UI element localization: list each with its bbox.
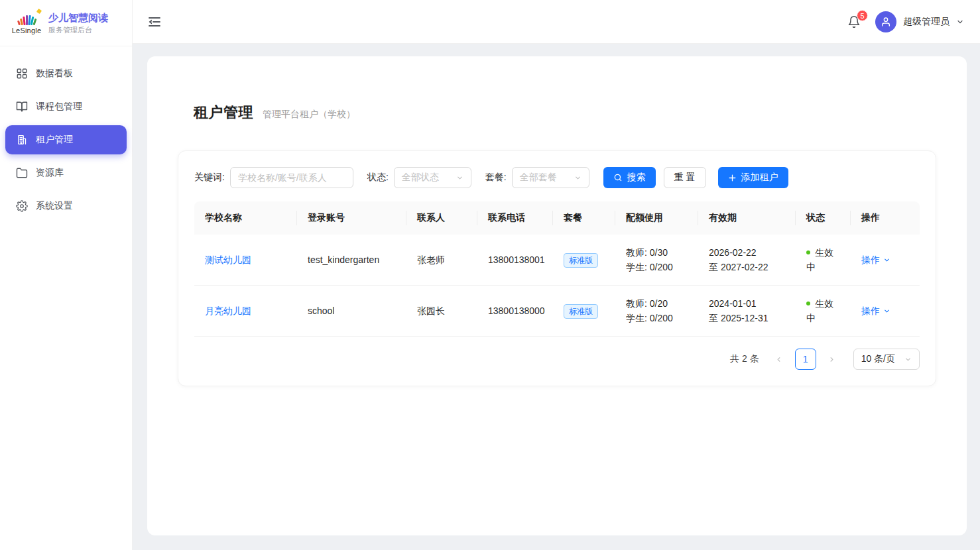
phone-cell: 13800138000 — [477, 286, 553, 337]
status-select[interactable]: 全部状态 — [394, 167, 471, 188]
validity-cell: 2026-02-22 至 2027-02-22 — [698, 235, 796, 286]
valid-from: 2024-01-01 — [709, 296, 785, 311]
status-cell: 生效中 — [796, 235, 851, 286]
search-button-label: 搜索 — [627, 172, 646, 184]
pagination-prev-icon[interactable] — [770, 349, 788, 370]
notification-bell-icon[interactable]: 5 — [847, 15, 861, 28]
chevron-down-icon — [456, 174, 463, 182]
add-tenant-button[interactable]: 添加租户 — [718, 167, 788, 188]
filter-bar: 关键词: 状态: 全部状态 — [194, 167, 920, 188]
search-button[interactable]: 搜索 — [603, 167, 656, 188]
account-cell: school — [297, 286, 406, 337]
sidebar-menu: 数据看板 课程包管理 — [0, 46, 132, 237]
school-name-link[interactable]: 月亮幼儿园 — [205, 305, 251, 316]
col-status: 状态 — [796, 201, 851, 235]
main-column: 5 超级管理员 租户管理 — [133, 0, 980, 550]
sidebar-item-course-packages[interactable]: 课程包管理 — [5, 92, 127, 121]
brand-subtitle: 服务管理后台 — [48, 25, 108, 34]
tenant-table: 学校名称 登录账号 联系人 联系电话 套餐 配额使用 有效期 状态 操作 — [194, 201, 920, 337]
col-actions: 操作 — [851, 201, 920, 235]
account-cell: test_kindergarten — [297, 235, 406, 286]
page-size-value: 10 条/页 — [861, 353, 895, 365]
sidebar-item-label: 课程包管理 — [36, 101, 82, 113]
logo-wordmark: LeSingle — [12, 27, 41, 34]
status-dot-icon — [806, 302, 810, 305]
valid-from: 2026-02-22 — [709, 245, 785, 260]
status-select-value: 全部状态 — [402, 172, 439, 184]
chevron-down-icon — [883, 307, 890, 315]
sidebar-item-label: 数据看板 — [36, 68, 73, 80]
status-filter-group: 状态: 全部状态 — [367, 167, 471, 188]
validity-cell: 2024-01-01 至 2025-12-31 — [698, 286, 796, 337]
col-quota: 配额使用 — [615, 201, 698, 235]
status-label: 状态: — [367, 172, 389, 184]
sidebar-item-tenant-management[interactable]: 租户管理 — [5, 125, 127, 154]
pagination-page-1[interactable]: 1 — [795, 349, 816, 370]
sidebar-item-label: 资源库 — [36, 167, 64, 179]
menu-collapse-icon[interactable] — [149, 17, 160, 27]
keyword-label: 关键词: — [194, 172, 225, 184]
chevron-down-icon — [956, 18, 964, 26]
pagination-next-icon[interactable] — [823, 349, 841, 370]
quota-student: 学生: 0/200 — [626, 311, 688, 325]
building-icon — [16, 134, 28, 146]
book-icon — [16, 101, 28, 113]
page-size-select[interactable]: 10 条/页 — [853, 349, 920, 370]
topbar: 5 超级管理员 — [133, 0, 980, 44]
page-header: 租户管理 管理平台租户（学校） — [178, 103, 936, 123]
valid-to: 至 2027-02-22 — [709, 260, 785, 274]
chevron-down-icon — [904, 356, 912, 363]
quota-teacher: 教师: 0/20 — [626, 296, 688, 311]
pagination-total: 共 2 条 — [730, 353, 759, 365]
quota-student: 学生: 0/200 — [626, 260, 688, 274]
plan-filter-group: 套餐: 全部套餐 — [485, 167, 589, 188]
row-actions-label: 操作 — [861, 252, 880, 267]
user-menu[interactable]: 超级管理员 — [875, 11, 964, 32]
contact-cell: 张老师 — [406, 235, 477, 286]
sidebar-item-label: 租户管理 — [36, 134, 73, 146]
reset-button-label: 重 置 — [674, 172, 696, 184]
topbar-right: 5 超级管理员 — [847, 11, 964, 32]
plan-label: 套餐: — [485, 172, 507, 184]
phone-cell: 13800138001 — [477, 235, 553, 286]
col-plan: 套餐 — [553, 201, 615, 235]
plan-select-value: 全部套餐 — [520, 172, 557, 184]
sidebar-item-resource-library[interactable]: 资源库 — [5, 158, 127, 188]
page-subtitle: 管理平台租户（学校） — [263, 109, 355, 121]
plan-tag: 标准版 — [564, 253, 598, 268]
contact-cell: 张园长 — [406, 286, 477, 337]
quota-teacher: 教师: 0/30 — [626, 245, 688, 260]
page-card: 租户管理 管理平台租户（学校） 关键词: 状态: 全部状态 — [147, 56, 967, 535]
row-actions-label: 操作 — [861, 303, 880, 318]
lesingle-logo-icon: LeSingle — [11, 12, 42, 34]
pagination: 共 2 条 1 10 条/页 — [194, 349, 920, 370]
status-cell: 生效中 — [796, 286, 851, 337]
valid-to: 至 2025-12-31 — [709, 311, 785, 325]
chevron-down-icon — [883, 256, 890, 264]
add-tenant-button-label: 添加租户 — [741, 172, 778, 184]
folder-icon — [16, 167, 28, 179]
chevron-down-icon — [574, 174, 582, 182]
school-name-link[interactable]: 测试幼儿园 — [205, 254, 251, 265]
tenant-panel: 关键词: 状态: 全部状态 — [178, 150, 936, 386]
quota-cell: 教师: 0/20 学生: 0/200 — [615, 286, 698, 337]
col-school-name: 学校名称 — [194, 201, 297, 235]
reset-button[interactable]: 重 置 — [664, 167, 706, 188]
keyword-input[interactable] — [230, 167, 353, 188]
brand-text: 少儿智慧阅读 服务管理后台 — [48, 11, 108, 34]
row-actions-dropdown[interactable]: 操作 — [861, 303, 890, 318]
search-icon — [613, 173, 623, 182]
app-root: LeSingle 少儿智慧阅读 服务管理后台 数据看板 — [0, 0, 980, 550]
avatar — [875, 11, 896, 32]
plan-tag: 标准版 — [564, 304, 598, 319]
page-title: 租户管理 — [194, 103, 253, 123]
quota-cell: 教师: 0/30 学生: 0/200 — [615, 235, 698, 286]
plan-select[interactable]: 全部套餐 — [512, 167, 589, 188]
col-phone: 联系电话 — [477, 201, 553, 235]
sidebar-item-dashboard[interactable]: 数据看板 — [5, 59, 127, 88]
plus-icon — [728, 174, 737, 182]
sidebar-item-system-settings[interactable]: 系统设置 — [5, 192, 127, 221]
row-actions-dropdown[interactable]: 操作 — [861, 252, 890, 267]
table-header-row: 学校名称 登录账号 联系人 联系电话 套餐 配额使用 有效期 状态 操作 — [194, 201, 920, 235]
brand-block: LeSingle 少儿智慧阅读 服务管理后台 — [0, 0, 132, 46]
